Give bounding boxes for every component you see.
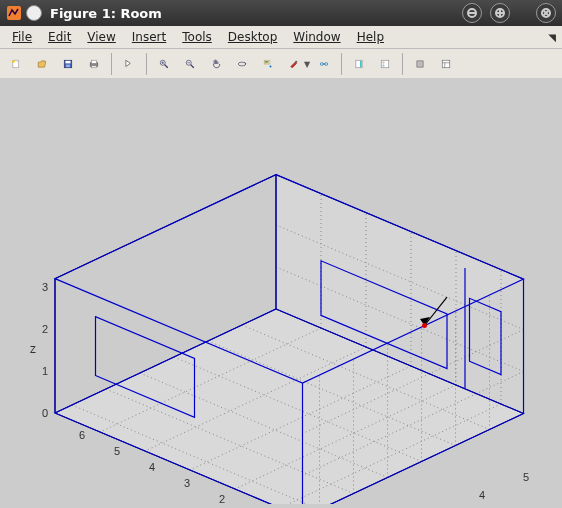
svg-text:4: 4: [479, 489, 485, 501]
svg-point-85: [422, 323, 427, 328]
svg-text:2: 2: [219, 493, 225, 504]
svg-rect-40: [417, 61, 423, 67]
window-title: Figure 1: Room: [50, 6, 462, 21]
toolbar: ▼: [0, 49, 562, 80]
zoom-in-button[interactable]: [152, 52, 176, 76]
edit-plot-button[interactable]: [117, 52, 141, 76]
show-plot-tools-button[interactable]: [434, 52, 458, 76]
insert-legend-button[interactable]: [373, 52, 397, 76]
app-icon: [6, 5, 22, 21]
menu-edit[interactable]: Edit: [40, 27, 79, 47]
svg-point-29: [270, 66, 272, 68]
svg-text:2: 2: [42, 323, 48, 335]
svg-rect-36: [381, 60, 389, 68]
svg-rect-41: [442, 60, 450, 68]
axes-3d[interactable]: 0 1 2 2 2 3 3 3 0 1 2 2 3 4 5: [6, 84, 556, 504]
svg-point-11: [12, 60, 15, 63]
insert-colorbar-button[interactable]: [347, 52, 371, 76]
rotate-3d-button[interactable]: [230, 52, 254, 76]
menu-tools[interactable]: Tools: [174, 27, 220, 47]
menubar: File Edit View Insert Tools Desktop Wind…: [0, 26, 562, 49]
menu-file[interactable]: File: [4, 27, 40, 47]
print-button[interactable]: [82, 52, 106, 76]
menu-view[interactable]: View: [79, 27, 123, 47]
close-button[interactable]: [536, 3, 556, 23]
svg-rect-13: [66, 61, 71, 64]
open-button[interactable]: [30, 52, 54, 76]
svg-text:3: 3: [42, 281, 48, 293]
svg-text:4: 4: [149, 461, 155, 473]
save-button[interactable]: [56, 52, 80, 76]
svg-rect-17: [92, 66, 97, 68]
menu-desktop[interactable]: Desktop: [220, 27, 286, 47]
svg-text:1: 1: [42, 365, 48, 377]
svg-rect-35: [360, 61, 361, 67]
svg-text:6: 6: [79, 429, 85, 441]
brush-button[interactable]: [282, 52, 306, 76]
menu-insert[interactable]: Insert: [124, 27, 174, 47]
titlebar: Figure 1: Room: [0, 0, 562, 26]
svg-line-19: [165, 65, 168, 68]
svg-text:3: 3: [184, 477, 190, 489]
z-ticks: 0 1 2 3: [42, 281, 48, 419]
svg-rect-16: [92, 60, 97, 63]
minimize-button[interactable]: [462, 3, 482, 23]
zoom-out-button[interactable]: [178, 52, 202, 76]
svg-rect-30: [295, 61, 297, 63]
svg-rect-14: [66, 65, 70, 68]
new-figure-button[interactable]: [4, 52, 28, 76]
menu-window[interactable]: Window: [285, 27, 348, 47]
figure-canvas[interactable]: 0 1 2 2 2 3 3 3 0 1 2 2 3 4 5: [0, 78, 562, 508]
data-cursor-button[interactable]: [256, 52, 280, 76]
svg-line-23: [191, 65, 194, 68]
brush-dropdown-icon[interactable]: ▼: [304, 60, 310, 69]
hide-plot-tools-button[interactable]: [408, 52, 432, 76]
svg-rect-26: [264, 60, 270, 64]
menu-help[interactable]: Help: [349, 27, 392, 47]
svg-text:5: 5: [114, 445, 120, 457]
window-menu-icon[interactable]: [26, 5, 42, 21]
toolbar-chevron-icon[interactable]: ◥: [548, 32, 556, 43]
pan-button[interactable]: [204, 52, 228, 76]
svg-text:0: 0: [42, 407, 48, 419]
z-axis-label: z: [30, 342, 36, 356]
link-data-button[interactable]: [312, 52, 336, 76]
svg-text:5: 5: [523, 471, 529, 483]
maximize-button[interactable]: [490, 3, 510, 23]
